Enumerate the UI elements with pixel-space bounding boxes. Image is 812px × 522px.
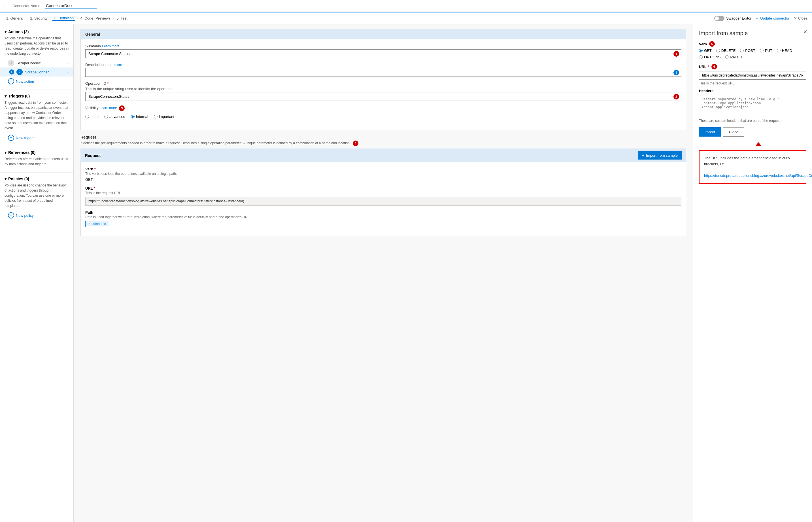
- general-panel-header: General: [81, 29, 686, 39]
- new-action-label: New action: [16, 79, 34, 84]
- verb-delete[interactable]: DELETE: [716, 48, 736, 53]
- connector-label: Connector Name: [13, 4, 40, 8]
- step-code[interactable]: 4. Code (Preview): [79, 16, 111, 20]
- right-panel-url-label: URL * 6: [699, 64, 806, 69]
- policies-header-label: Policies (0): [8, 177, 29, 181]
- visibility-internal[interactable]: internal: [131, 115, 148, 119]
- callout-arrow-icon: [756, 142, 761, 146]
- visibility-none[interactable]: none: [85, 115, 99, 119]
- verb-patch[interactable]: PATCH: [725, 55, 742, 59]
- verb-put[interactable]: PUT: [760, 48, 772, 53]
- right-panel-headers-hint: These are custom headers that are part o…: [699, 119, 806, 123]
- request-url-group: URL * This is the request URL. https://f…: [85, 186, 682, 206]
- visibility-important[interactable]: important: [154, 115, 174, 119]
- right-panel: Import from sample ✕ Verb 5 GET DELETE P…: [693, 24, 812, 522]
- sidebar-references-section: ▾ References (0) References are reusable…: [0, 148, 74, 169]
- general-panel-body: Summary Learn more 1 Description Learn m…: [81, 39, 686, 130]
- operation-id-required: *: [107, 81, 108, 85]
- back-button[interactable]: ←: [3, 3, 8, 8]
- triggers-description: Triggers read data in from your connecto…: [0, 100, 74, 133]
- sidebar: ▾ Actions (2) Actions determine the oper…: [0, 24, 74, 522]
- description-group: Description Learn more i: [85, 63, 682, 77]
- connector-name-input[interactable]: [45, 3, 97, 9]
- visibility-label: Visibility Learn more 3: [85, 105, 682, 111]
- new-trigger-button[interactable]: + New trigger: [0, 133, 74, 143]
- new-action-button[interactable]: + New action: [0, 77, 74, 86]
- step-security[interactable]: 2. Security: [28, 16, 49, 20]
- path-tags: * instanceId ···: [85, 221, 682, 227]
- new-trigger-label: New trigger: [16, 136, 35, 140]
- import-button[interactable]: Import: [699, 127, 721, 137]
- visibility-advanced[interactable]: advanced: [104, 115, 125, 119]
- swagger-editor-label: Swagger Editor: [726, 16, 751, 20]
- new-action-plus-icon: +: [8, 78, 14, 84]
- step-test[interactable]: 5. Test: [115, 16, 129, 20]
- request-section-title: Request: [80, 135, 686, 139]
- sidebar-references-header[interactable]: ▾ References (0): [0, 148, 74, 156]
- collapse-triggers-icon: ▾: [4, 94, 6, 98]
- right-panel-headers-label: Headers: [699, 89, 806, 93]
- close-nav-icon: ✕: [794, 16, 797, 20]
- request-verb-group: Verb * The verb describes the operations…: [85, 167, 682, 182]
- verb-options[interactable]: OPTIONS: [699, 55, 721, 59]
- general-panel: General Summary Learn more 1 D: [80, 29, 686, 130]
- swagger-toggle-track[interactable]: [714, 16, 725, 21]
- references-header-label: References (0): [8, 150, 36, 155]
- verb-head[interactable]: HEAD: [777, 48, 792, 53]
- request-path-desc: Path is used together with Path Templati…: [85, 215, 682, 219]
- operation-id-desc: This is the unique string used to identi…: [85, 87, 682, 91]
- sidebar-item-action-1[interactable]: 1 ScrapeConnec... ···: [0, 58, 74, 67]
- sidebar-policies-section: ▾ Policies (0) Policies are used to chan…: [0, 175, 74, 220]
- request-section-desc: It defines the pre-requirements needed i…: [80, 141, 686, 146]
- step-general[interactable]: 1. General: [4, 16, 25, 20]
- visibility-learn-more[interactable]: Learn more: [99, 106, 117, 110]
- action-2-label: ScrapeConnec...: [25, 70, 63, 74]
- description-badge: i: [673, 70, 679, 75]
- sidebar-policies-header[interactable]: ▾ Policies (0): [0, 175, 74, 183]
- description-input[interactable]: [85, 68, 682, 77]
- sidebar-triggers-header[interactable]: ▾ Triggers (0): [0, 92, 74, 100]
- sidebar-actions-header[interactable]: ▾ Actions (2): [0, 28, 74, 36]
- path-tag-instance-id[interactable]: * instanceId: [85, 221, 109, 227]
- callout-url: https://funcdeprecatedactionsblog.azurew…: [704, 174, 812, 178]
- summary-group: Summary Learn more 1: [85, 44, 682, 58]
- right-panel-url-required: *: [708, 65, 709, 69]
- action-1-label: ScrapeConnec...: [16, 61, 63, 65]
- path-tag-more-btn[interactable]: ···: [111, 221, 115, 226]
- new-policy-label: New policy: [16, 214, 34, 218]
- summary-label: Summary Learn more: [85, 44, 682, 48]
- action-2-more-icon[interactable]: ···: [65, 70, 69, 74]
- policies-description: Policies are used to change the behavior…: [0, 183, 74, 210]
- request-verb-desc: The verb describes the operations availa…: [85, 172, 682, 176]
- right-panel-headers-textarea[interactable]: [699, 95, 806, 117]
- request-url-value: https://funcdeprecatedactionsblog.azurew…: [85, 197, 682, 206]
- sidebar-item-action-2[interactable]: i 2 ScrapeConnec... ···: [0, 67, 74, 77]
- verb-post[interactable]: POST: [740, 48, 755, 53]
- right-panel-url-hint: This is the request URL.: [699, 81, 806, 85]
- new-policy-button[interactable]: + New policy: [0, 210, 74, 220]
- path-tag-label: * instanceId: [88, 222, 106, 226]
- callout-wrapper: The URL includes the path element enclos…: [699, 142, 806, 184]
- right-panel-url-badge: 6: [711, 64, 717, 69]
- description-learn-more[interactable]: Learn more: [105, 63, 122, 67]
- sidebar-triggers-section: ▾ Triggers (0) Triggers read data in fro…: [0, 92, 74, 143]
- right-panel-close-button[interactable]: ✕: [803, 29, 808, 35]
- action-1-more-icon[interactable]: ···: [65, 61, 69, 65]
- triggers-header-label: Triggers (0): [8, 94, 30, 98]
- swagger-editor-toggle[interactable]: Swagger Editor: [714, 16, 751, 21]
- actions-description: Actions determine the operations that us…: [0, 36, 74, 58]
- operation-id-label: Operation ID *: [85, 81, 682, 85]
- close-nav-btn[interactable]: ✕ Close: [794, 16, 808, 20]
- summary-input[interactable]: [85, 49, 682, 58]
- new-trigger-plus-icon: +: [8, 135, 14, 141]
- verb-get[interactable]: GET: [699, 48, 712, 53]
- right-panel-url-input[interactable]: [699, 71, 806, 80]
- right-panel-verb-group: GET DELETE POST PUT HEAD OPTIONS: [699, 48, 806, 59]
- step-definition[interactable]: 3. Definition: [53, 16, 75, 21]
- summary-learn-more[interactable]: Learn more: [102, 44, 119, 48]
- update-connector-btn[interactable]: ✓ Update connector: [756, 16, 789, 20]
- operation-id-input[interactable]: [85, 92, 682, 101]
- import-sample-button[interactable]: + Import from sample: [638, 151, 682, 160]
- request-url-desc: This is the request URL.: [85, 191, 682, 195]
- close-button[interactable]: Close: [723, 127, 744, 137]
